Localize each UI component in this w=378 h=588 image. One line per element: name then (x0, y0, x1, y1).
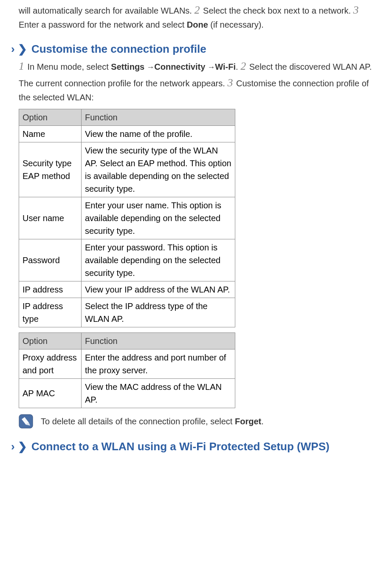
forget-label: Forget (235, 417, 261, 426)
wifi-label: Wi-Fi (215, 62, 236, 71)
table-row: User nameEnter your user name. This opti… (19, 197, 235, 239)
step-2b: 2 (240, 60, 246, 72)
done-label: Done (187, 20, 208, 29)
profile-table-1: Option Function NameView the name of the… (19, 109, 235, 327)
cell-function: Enter the address and port number of the… (82, 349, 235, 378)
table-header-row: Option Function (19, 332, 235, 349)
table-row: IP address typeSelect the IP address typ… (19, 298, 235, 327)
cell-option: Password (19, 239, 82, 281)
arrow-2: → (205, 63, 215, 71)
connectivity-label: Connectivity (154, 62, 205, 71)
cell-option: IP address type (19, 298, 82, 327)
cell-function: Enter your password. This option is avai… (82, 239, 235, 281)
page-content: will automatically search for available … (4, 2, 374, 453)
profile-table-2: Option Function Proxy address and portEn… (19, 332, 235, 408)
step-3b: 3 (227, 77, 233, 89)
caret-icon: › ❯ (11, 43, 27, 54)
header-option: Option (19, 109, 82, 125)
cell-option: User name (19, 197, 82, 239)
table-row: AP MACView the MAC address of the WLAN A… (19, 378, 235, 408)
cell-function: View the security type of the WLAN AP. S… (82, 142, 235, 197)
arrow-1: → (144, 63, 154, 71)
note-a: To delete all details of the connection … (41, 417, 235, 426)
table-row: IP addressView your IP address of the WL… (19, 281, 235, 298)
table-row: Proxy address and portEnter the address … (19, 349, 235, 378)
intro-part4: (if necessary). (208, 20, 264, 29)
cell-function: Select the IP address type of the WLAN A… (82, 298, 235, 327)
note-text: To delete all details of the connection … (41, 415, 264, 428)
heading-wps: › ❯ Connect to a WLAN using a Wi-Fi Prot… (11, 440, 374, 454)
cell-function: View your IP address of the WLAN AP. (82, 281, 235, 298)
intro-part2: Select the check box next to a network. (201, 6, 353, 15)
table-row: PasswordEnter your password. This option… (19, 239, 235, 281)
cell-option: Proxy address and port (19, 349, 82, 378)
note-b: . (261, 417, 264, 426)
step-number-3: 3 (353, 4, 359, 16)
cell-option: Security type EAP method (19, 142, 82, 197)
step-number-2: 2 (195, 4, 200, 16)
table-header-row: Option Function (19, 109, 235, 125)
step-1: 1 (19, 60, 24, 72)
t1a: In Menu mode, select (25, 62, 111, 71)
intro-part3: Enter a password for the network and sel… (19, 20, 187, 29)
note-row: To delete all details of the connection … (19, 414, 374, 429)
heading-customise-title: Customise the connection profile (31, 42, 206, 56)
header-function: Function (82, 332, 235, 349)
cell-option: AP MAC (19, 378, 82, 408)
heading-wps-title: Connect to a WLAN using a Wi-Fi Protecte… (31, 440, 330, 454)
cell-option: IP address (19, 281, 82, 298)
header-option: Option (19, 332, 82, 349)
settings-label: Settings (111, 62, 144, 71)
cell-function: Enter your user name. This option is ava… (82, 197, 235, 239)
table-row: NameView the name of the profile. (19, 125, 235, 142)
cell-function: View the name of the profile. (82, 125, 235, 142)
customise-steps: 1 In Menu mode, select Settings →Connect… (19, 58, 374, 104)
intro-part1: will automatically search for available … (19, 6, 195, 15)
heading-customise: › ❯ Customise the connection profile (11, 42, 374, 56)
table-row: Security type EAP methodView the securit… (19, 142, 235, 197)
cell-function: View the MAC address of the WLAN AP. (82, 378, 235, 408)
header-function: Function (82, 109, 235, 125)
intro-paragraph: will automatically search for available … (19, 2, 374, 31)
t1b: . (236, 62, 240, 71)
caret-icon: › ❯ (11, 441, 27, 452)
note-icon (19, 414, 33, 429)
cell-option: Name (19, 125, 82, 142)
